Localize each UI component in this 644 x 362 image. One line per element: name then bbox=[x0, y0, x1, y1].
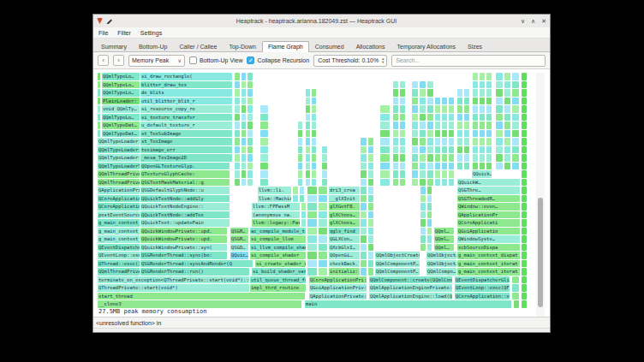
flame-cell[interactable] bbox=[420, 228, 426, 235]
flame-cell[interactable] bbox=[400, 138, 405, 145]
flame-cell[interactable] bbox=[247, 163, 253, 170]
flame-cell[interactable] bbox=[306, 138, 310, 145]
flame-cell[interactable] bbox=[235, 179, 240, 187]
flame-cell[interactable]: __clone3 bbox=[98, 300, 301, 308]
flame-cell[interactable] bbox=[449, 146, 454, 154]
flame-cell[interactable] bbox=[449, 163, 454, 170]
flame-cell[interactable] bbox=[242, 163, 247, 170]
flame-cell[interactable]: QQuickWindowPrivate::syn( bbox=[140, 244, 227, 252]
flame-cell[interactable] bbox=[319, 195, 328, 203]
flame-cell[interactable]: QGuiApplicatio bbox=[457, 228, 520, 235]
flame-cell[interactable] bbox=[522, 293, 527, 300]
flame-cell[interactable] bbox=[235, 146, 240, 154]
flame-cell[interactable]: si_draw_rectangle( bbox=[140, 73, 232, 80]
flame-cell[interactable] bbox=[235, 105, 240, 113]
flame-cell[interactable]: QOpenGLTextureGlyp. bbox=[140, 163, 230, 170]
flame-cell[interactable] bbox=[473, 98, 478, 105]
flame-cell[interactable]: dri3_crea bbox=[329, 187, 360, 194]
flame-cell[interactable] bbox=[480, 130, 485, 138]
flame-cell[interactable] bbox=[380, 163, 390, 170]
flame-cell[interactable] bbox=[242, 146, 247, 154]
flame-cell[interactable]: llvm::MachineF bbox=[258, 195, 291, 203]
flame-cell[interactable] bbox=[442, 163, 447, 170]
flame-cell[interactable] bbox=[427, 122, 433, 129]
flame-cell[interactable] bbox=[420, 146, 426, 154]
flame-cell[interactable] bbox=[98, 130, 100, 138]
flame-cell[interactable] bbox=[412, 105, 418, 113]
flame-cell[interactable]: QQmlApplicationEngine::load(Ql bbox=[369, 293, 452, 300]
flame-cell[interactable] bbox=[312, 98, 316, 105]
flame-cell[interactable] bbox=[449, 105, 454, 113]
flame-cell[interactable] bbox=[464, 114, 469, 122]
flame-cell[interactable]: glXChoos… bbox=[329, 219, 360, 227]
flame-cell[interactable] bbox=[260, 154, 268, 162]
flame-cell[interactable] bbox=[512, 73, 519, 80]
flame-cell[interactable] bbox=[242, 130, 247, 138]
flame-cell[interactable] bbox=[242, 73, 247, 80]
flame-cell[interactable] bbox=[464, 138, 469, 145]
flame-cell[interactable] bbox=[307, 195, 317, 203]
flame-cell[interactable] bbox=[301, 203, 306, 211]
tab-allocations[interactable]: Allocations bbox=[350, 41, 391, 51]
flame-cell[interactable] bbox=[312, 89, 316, 97]
flame-cell[interactable] bbox=[522, 81, 527, 89]
flame-cell[interactable] bbox=[522, 98, 527, 105]
flame-cell[interactable]: qglx_find bbox=[329, 228, 360, 235]
flame-cell[interactable]: ac_compile_module_t bbox=[250, 228, 306, 235]
flame-cell[interactable]: _mesa_TexImage2D bbox=[140, 154, 232, 162]
flame-cell[interactable] bbox=[242, 98, 247, 105]
flame-cell[interactable] bbox=[393, 170, 398, 178]
flame-cell[interactable] bbox=[457, 98, 462, 105]
flame-cell[interactable] bbox=[473, 89, 478, 97]
flame-cell[interactable]: QCoreApplication bbox=[98, 195, 140, 203]
flame-cell[interactable] bbox=[306, 170, 310, 178]
flame-cell[interactable] bbox=[247, 122, 253, 129]
flame-cell[interactable] bbox=[496, 73, 503, 80]
spin-down-icon[interactable]: ▼ bbox=[381, 61, 385, 64]
flame-cell[interactable] bbox=[464, 163, 469, 170]
flame-cell[interactable] bbox=[435, 130, 440, 138]
flame-cell[interactable]: postEventSourceD: bbox=[98, 211, 140, 219]
flame-cell[interactable]: QSGTextMaskMaterial::g bbox=[140, 179, 230, 187]
flame-cell[interactable]: QSGRenderThread::sync(bo: bbox=[140, 252, 227, 259]
flame-cell[interactable] bbox=[442, 146, 447, 154]
flame-cell[interactable] bbox=[368, 179, 374, 187]
flame-cell[interactable] bbox=[368, 195, 374, 203]
search-input[interactable] bbox=[391, 55, 546, 67]
flame-cell[interactable]: start_thread bbox=[98, 293, 305, 300]
flame-cell[interactable] bbox=[522, 122, 527, 129]
flame-cell[interactable] bbox=[486, 98, 492, 105]
flame-cell[interactable] bbox=[435, 105, 440, 113]
flame-cell[interactable] bbox=[361, 195, 367, 203]
flame-cell[interactable] bbox=[480, 81, 485, 89]
flame-cell[interactable] bbox=[473, 138, 478, 145]
flame-cell[interactable]: terminate_on_exception<QThreadPrivate::s… bbox=[98, 276, 249, 284]
flame-cell[interactable]: QQmlTypeLoader::: bbox=[98, 146, 140, 154]
flame-cell[interactable] bbox=[307, 235, 317, 243]
tab-flame-graph[interactable]: Flame Graph bbox=[262, 41, 309, 52]
flame-cell[interactable] bbox=[319, 260, 328, 268]
flame-cell[interactable]: QSGD… bbox=[230, 244, 248, 252]
flame-cell[interactable] bbox=[298, 138, 302, 145]
flame-cell[interactable] bbox=[486, 146, 492, 154]
flame-cell[interactable] bbox=[442, 138, 447, 145]
flame-cell[interactable]: si_create_shader_var bbox=[255, 260, 306, 268]
flame-cell[interactable] bbox=[512, 293, 519, 300]
flame-cell[interactable] bbox=[393, 163, 398, 170]
flame-cell[interactable] bbox=[361, 228, 367, 235]
flame-cell[interactable]: QQmlThreadPrivat. bbox=[98, 268, 140, 276]
tab-summary[interactable]: Summary bbox=[95, 41, 133, 51]
flame-cell[interactable] bbox=[400, 170, 405, 178]
flame-cell[interactable] bbox=[504, 105, 511, 113]
flame-cell[interactable] bbox=[306, 163, 310, 170]
flame-cell[interactable]: QApplicationPrivate: bbox=[309, 293, 367, 300]
flame-cell[interactable]: QOpenGi… bbox=[329, 252, 360, 259]
flame-cell[interactable] bbox=[427, 228, 432, 235]
flame-cell[interactable] bbox=[393, 105, 398, 113]
flame-cell[interactable]: llvm::legacy::PassM bbox=[252, 219, 300, 227]
flame-cell[interactable] bbox=[361, 154, 367, 162]
flame-cell[interactable]: QQmlObject… bbox=[426, 260, 456, 268]
flame-cell[interactable] bbox=[368, 268, 374, 276]
flame-cell[interactable]: QSGThre… bbox=[457, 187, 520, 194]
flame-cell[interactable] bbox=[480, 89, 485, 97]
